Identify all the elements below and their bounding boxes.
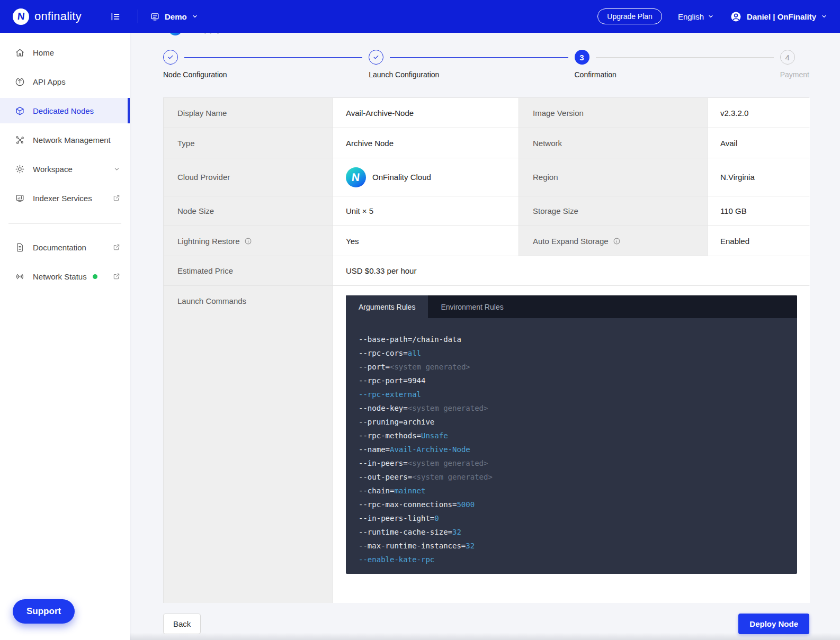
step-number: 3 — [575, 50, 589, 65]
network-value: Avail — [707, 128, 810, 158]
row-label: Display Name — [164, 98, 333, 128]
support-button[interactable]: Support — [13, 599, 75, 624]
sidebar-item-documentation[interactable]: Documentation — [0, 235, 130, 260]
user-menu[interactable]: Daniel | OnFinality — [730, 11, 827, 23]
sidebar-item-home[interactable]: Home — [0, 40, 130, 65]
step-label: Confirmation — [575, 70, 780, 79]
display-name-value: Avail-Archive-Node — [333, 98, 519, 128]
table-row: Lightning Restore Yes Auto Expand Storag… — [164, 226, 809, 256]
row-label: Network — [519, 128, 707, 158]
step-node-configuration[interactable]: Node Configuration — [163, 50, 369, 79]
chevron-down-icon — [113, 166, 120, 173]
code-line: --enable-kate-rpc — [359, 553, 784, 566]
code-line: --rpc-methods=Unsafe — [359, 429, 784, 443]
network-nodes-icon — [15, 135, 25, 145]
code-line: --port=<system generated> — [359, 360, 784, 374]
code-line: --rpc-max-connections=5000 — [359, 498, 784, 511]
row-label: Type — [164, 128, 333, 158]
sidebar-item-workspace[interactable]: Workspace — [0, 156, 130, 182]
step-number: 4 — [780, 50, 795, 65]
code-line: --in-peers-light=0 — [359, 511, 784, 525]
storage-size-value: 110 GB — [707, 196, 810, 226]
launch-commands-panel: Arguments Rules Environment Rules --base… — [346, 295, 797, 574]
code-line: --runtime-cache-size=32 — [359, 525, 784, 539]
workspace-switcher[interactable]: Demo — [150, 12, 198, 22]
sidebar-item-dedicated-nodes[interactable]: Dedicated Nodes — [0, 98, 130, 123]
sidebar-item-network-status[interactable]: Network Status — [0, 264, 130, 289]
main-content: Node Configuration Launch Configuration … — [130, 33, 840, 640]
code-line: --name=Avail-Archive-Node — [359, 443, 784, 456]
external-link-icon — [113, 244, 120, 251]
document-icon — [15, 242, 25, 253]
table-row: Cloud Provider N OnFinality Cloud Region… — [164, 158, 809, 196]
chevron-down-icon — [192, 13, 198, 20]
deploy-node-button[interactable]: Deploy Node — [738, 614, 809, 634]
sidebar-item-api-apps[interactable]: API Apps — [0, 69, 130, 94]
step-check-icon — [369, 50, 383, 65]
code-line: --max-runtime-instances=32 — [359, 539, 784, 553]
node-size-value: Unit × 5 — [333, 196, 519, 226]
row-label: Region — [519, 158, 707, 196]
launch-commands-cell: Arguments Rules Environment Rules --base… — [333, 286, 810, 603]
upgrade-plan-button[interactable]: Upgrade Plan — [597, 8, 662, 24]
sidebar-item-indexer-services[interactable]: Indexer Services — [0, 185, 130, 211]
sidebar-item-label: Workspace — [33, 165, 73, 174]
code-tabs: Arguments Rules Environment Rules — [346, 295, 797, 318]
top-navbar: N onfinality Demo Upgrade Plan English — [0, 0, 840, 33]
code-line: --in-peers=<system generated> — [359, 456, 784, 470]
row-label: Auto Expand Storage — [519, 226, 707, 256]
cloud-provider-value: N OnFinality Cloud — [333, 158, 519, 196]
onfinality-cloud-logo-icon: N — [346, 167, 366, 187]
onfinality-logo-icon: N — [13, 8, 29, 25]
onfinality-logo[interactable]: N onfinality — [13, 8, 99, 25]
table-row: Display Name Avail-Archive-Node Image Ve… — [164, 98, 809, 128]
row-label: Estimated Price — [164, 256, 333, 285]
row-label: Lightning Restore — [164, 226, 333, 256]
step-payment[interactable]: 4 Payment — [780, 50, 809, 79]
type-value: Archive Node — [333, 128, 519, 158]
navbar-divider — [138, 10, 138, 23]
info-icon[interactable] — [613, 237, 621, 245]
step-launch-configuration[interactable]: Launch Configuration — [369, 50, 574, 79]
sidebar: Home API Apps Dedicated Nodes Network Ma… — [0, 33, 130, 640]
row-label: Node Size — [164, 196, 333, 226]
api-apps-icon — [15, 77, 25, 87]
tab-arguments-rules[interactable]: Arguments Rules — [346, 295, 428, 318]
back-button[interactable]: Back — [163, 614, 201, 634]
table-row: Launch Commands Arguments Rules Environm… — [164, 285, 809, 602]
sidebar-item-label: Home — [33, 48, 54, 57]
sidebar-item-label: Dedicated Nodes — [33, 106, 94, 115]
sidebar-item-label: Network Management — [33, 136, 111, 145]
row-label: Image Version — [519, 98, 707, 128]
table-row: Type Archive Node Network Avail — [164, 128, 809, 158]
sidebar-item-label: Documentation — [33, 243, 86, 252]
tab-environment-rules[interactable]: Environment Rules — [428, 295, 516, 318]
brand-name: onfinality — [34, 10, 82, 23]
code-line: --rpc-external — [359, 387, 784, 401]
language-selector[interactable]: English — [678, 12, 714, 21]
step-label: Payment — [780, 70, 809, 79]
external-link-icon — [113, 194, 120, 202]
code-line: --pruning=archive — [359, 415, 784, 429]
chevron-down-icon — [708, 13, 714, 20]
language-label: English — [678, 12, 704, 21]
stepper-connector — [184, 57, 362, 58]
avatar-icon — [730, 11, 742, 23]
image-version-value: v2.3.2.0 — [707, 98, 810, 128]
gear-icon — [15, 164, 25, 174]
cube-icon — [15, 106, 25, 116]
info-icon[interactable] — [244, 237, 252, 245]
sidebar-item-network-management[interactable]: Network Management — [0, 127, 130, 152]
confirmation-summary-table: Display Name Avail-Archive-Node Image Ve… — [163, 97, 809, 603]
step-confirmation[interactable]: 3 Confirmation — [575, 50, 780, 79]
sidebar-divider — [8, 223, 121, 224]
home-icon — [15, 48, 25, 58]
step-label: Launch Configuration — [369, 70, 574, 79]
stepper-connector — [390, 57, 568, 58]
wizard-footer: Back Deploy Node — [163, 614, 809, 634]
stepper-connector — [596, 57, 774, 58]
code-line: --rpc-cors=all — [359, 346, 784, 360]
code-line: --chain=mainnet — [359, 484, 784, 498]
sidebar-collapse-icon[interactable] — [106, 7, 124, 25]
code-content: --base-path=/chain-data--rpc-cors=all--p… — [346, 318, 797, 574]
